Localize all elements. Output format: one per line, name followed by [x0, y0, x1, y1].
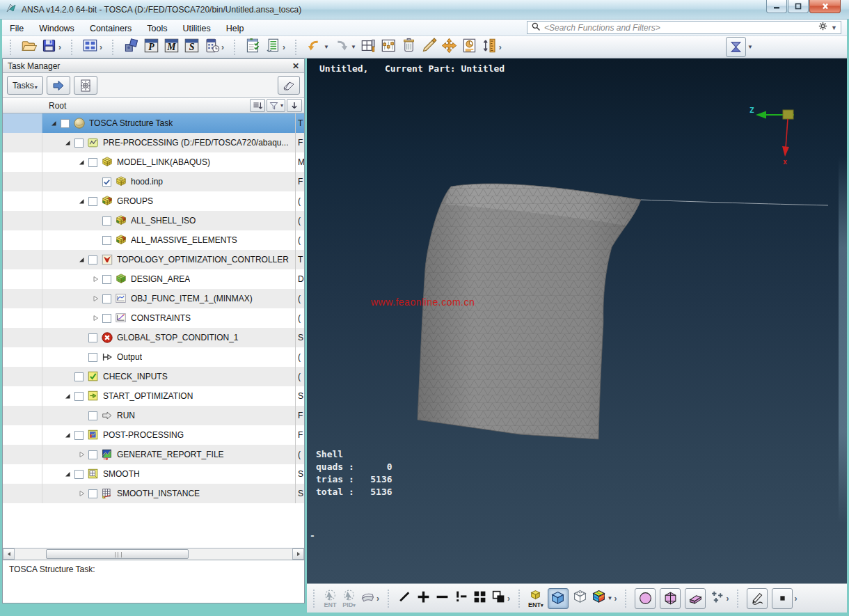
cube-rainbow-chevron-icon[interactable]: ›: [614, 594, 617, 603]
cube-rainbow-icon[interactable]: [592, 590, 606, 607]
menu-containers[interactable]: Containers: [82, 21, 139, 36]
overlap-squares-icon[interactable]: [491, 590, 506, 607]
tree-row-checkbox[interactable]: [102, 236, 111, 245]
puzzle-icon[interactable]: [123, 38, 139, 56]
tree-row-checkbox[interactable]: [102, 177, 111, 187]
grid-wrench-button[interactable]: [360, 38, 376, 56]
tree-row-topology-optimization-controller[interactable]: TOPOLOGY_OPTIMIZATION_CONTROLLERT: [3, 250, 304, 269]
shell-surface-button[interactable]: ›: [360, 590, 379, 607]
save-chevron-icon[interactable]: ›: [58, 42, 61, 52]
dot-square-chevron-icon[interactable]: ›: [794, 594, 797, 603]
letter-plate-icon[interactable]: S: [184, 38, 200, 56]
tree-row-smooth-instance[interactable]: SMOOTH_INSTANCES: [3, 484, 304, 503]
dot-square-button[interactable]: ›: [772, 588, 797, 609]
menu-file[interactable]: File: [2, 21, 31, 36]
tree-row-output[interactable]: Output(: [3, 347, 304, 367]
cube-sections-button[interactable]: [660, 588, 681, 609]
ent-box-button[interactable]: ENT▾: [528, 589, 543, 608]
tree-row-global-stop-condition-1[interactable]: GLOBAL_STOP_CONDITION_1S: [3, 328, 304, 347]
expander-collapsed-icon[interactable]: [77, 489, 86, 498]
overlap-squares-chevron-icon[interactable]: ›: [507, 594, 510, 603]
undo-icon[interactable]: [306, 38, 322, 56]
tree-row-checkbox[interactable]: [74, 139, 84, 148]
dot-square-icon[interactable]: [772, 588, 793, 609]
expander-expanded-icon[interactable]: [49, 119, 58, 128]
excl-minus-button[interactable]: [454, 590, 468, 607]
toolbar-handle[interactable]: [295, 40, 299, 55]
window-layout-button[interactable]: ›: [82, 38, 102, 56]
calculator-icon[interactable]: [204, 38, 220, 56]
expander-expanded-icon[interactable]: [63, 139, 72, 148]
tree-row-pre-processing-d-fed-tosca720-abaqu[interactable]: PRE-PROCESSING (D:/FED/TOSCA720/abaqu...…: [3, 133, 304, 152]
tree-row-check-inputs[interactable]: CHECK_INPUTS(: [3, 367, 304, 386]
close-icon[interactable]: ✕: [292, 61, 299, 71]
tree-row-checkbox[interactable]: [88, 333, 97, 342]
tree-row-checkbox[interactable]: [61, 119, 70, 128]
tree-row-checkbox[interactable]: [74, 431, 84, 440]
search-input[interactable]: <Search Functions and Filters>: [544, 23, 818, 33]
expander-collapsed-icon[interactable]: [77, 450, 86, 459]
tree-row-model-link-abaqus[interactable]: MODEL_LINK(ABAQUS)M: [3, 152, 304, 172]
lens-blue-button[interactable]: ▼: [726, 37, 753, 57]
quad-squares-button[interactable]: [473, 590, 487, 607]
tree-row-checkbox[interactable]: [88, 197, 97, 206]
tree-row-checkbox[interactable]: [74, 470, 84, 479]
excl-minus-icon[interactable]: [454, 590, 468, 607]
menu-windows[interactable]: Windows: [31, 21, 82, 36]
line-button[interactable]: [397, 590, 412, 607]
brush-button[interactable]: [421, 38, 437, 56]
overlap-squares-button[interactable]: ›: [491, 590, 510, 607]
quad-squares-icon[interactable]: [473, 590, 487, 607]
brush-icon[interactable]: [421, 38, 437, 56]
tree-row-groups[interactable]: GROUPS(: [3, 191, 304, 211]
save-icon[interactable]: [41, 38, 57, 56]
cursor-ent-button[interactable]: ENT: [323, 589, 338, 608]
cube-wire-icon[interactable]: [573, 590, 587, 607]
info-sheet-icon[interactable]: [461, 38, 477, 56]
expander-expanded-icon[interactable]: [63, 431, 72, 440]
undo-button[interactable]: ▼: [306, 38, 329, 56]
tasks-button[interactable]: Tasks▾: [7, 76, 43, 95]
letter-plate-icon[interactable]: M: [164, 38, 180, 56]
window-layout-icon[interactable]: [82, 38, 98, 56]
redo-icon[interactable]: [333, 38, 349, 56]
menu-utilities[interactable]: Utilities: [175, 21, 219, 36]
checklist-button[interactable]: [245, 38, 261, 56]
scroll-right-arrow[interactable]: [292, 548, 304, 560]
filter-button[interactable]: ▾: [267, 99, 285, 112]
tree-row-generate-report-file[interactable]: GENERATE_REPORT_FILE(: [3, 445, 304, 464]
tree-row-checkbox[interactable]: [74, 392, 84, 401]
cube-blue-icon[interactable]: [548, 588, 569, 609]
circle-pink-icon[interactable]: [635, 588, 656, 609]
tree-row-run[interactable]: RUNF: [3, 406, 304, 425]
toolbar-handle[interactable]: [625, 590, 629, 608]
plus-icon[interactable]: [416, 590, 431, 607]
checklist-icon[interactable]: [245, 38, 261, 56]
tree-column-header[interactable]: Root ▾: [3, 98, 304, 113]
pen-icon[interactable]: [747, 588, 768, 609]
menu-tools[interactable]: Tools: [139, 21, 175, 36]
toolbar-handle[interactable]: [737, 590, 741, 608]
cube-rainbow-button[interactable]: ▼›: [592, 590, 617, 607]
tree-row-all-shell-iso[interactable]: ALL_SHELL_ISO(: [3, 211, 304, 230]
sliders-icon[interactable]: [381, 38, 397, 56]
tree-row-checkbox[interactable]: [88, 158, 97, 167]
expander-expanded-icon[interactable]: [77, 255, 86, 264]
trash-button[interactable]: [401, 38, 417, 56]
tree-row-checkbox[interactable]: [88, 489, 97, 498]
shell-surface-chevron-icon[interactable]: ›: [376, 594, 379, 603]
hood-mesh-model[interactable]: Z x: [307, 58, 847, 583]
toolbar-handle[interactable]: [313, 590, 317, 608]
lens-blue-dropdown-icon[interactable]: ▼: [747, 44, 753, 50]
window-layout-chevron-icon[interactable]: ›: [100, 42, 102, 52]
sliders-button[interactable]: [381, 38, 397, 56]
expander-collapsed-icon[interactable]: [91, 294, 100, 303]
undo-dropdown-icon[interactable]: ▼: [324, 44, 329, 50]
tree-row-checkbox[interactable]: [88, 450, 97, 459]
search-options-dropdown-icon[interactable]: ▼: [831, 24, 837, 31]
cube-wire-button[interactable]: [573, 590, 587, 607]
trash-icon[interactable]: [401, 38, 417, 56]
tree-row-start-optimization[interactable]: START_OPTIMIZATIONS: [3, 386, 304, 406]
info-sheet-button[interactable]: [461, 38, 477, 56]
expander-collapsed-icon[interactable]: [91, 314, 100, 323]
